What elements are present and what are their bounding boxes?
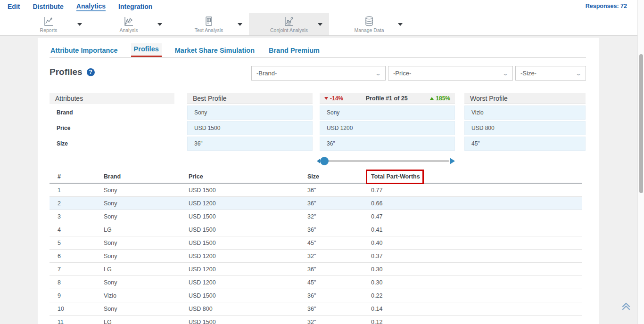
- cell-total-part-worths: 0.41: [371, 227, 582, 233]
- tab-attribute-importance[interactable]: Attribute Importance: [50, 45, 119, 57]
- analysis-dropdown-caret-icon[interactable]: [157, 23, 162, 26]
- worst-profile-size: 45": [464, 137, 586, 151]
- table-row[interactable]: 1 Sony USD 1500 36" 0.77: [50, 184, 582, 197]
- toolbar-button-reports[interactable]: Reports: [8, 13, 89, 35]
- table-row[interactable]: 7 LG USD 1200 36" 0.30: [50, 263, 582, 276]
- conjoint-analysis-dropdown-caret-icon[interactable]: [318, 23, 322, 26]
- col-header-total-part-worths: Total Part-Worths: [371, 173, 582, 180]
- worst-profile-brand: Vizio: [464, 105, 586, 120]
- top-nav-items: Edit Distribute Analytics Integration: [8, 0, 152, 13]
- attributes-column: Attributes Brand Price Size: [50, 93, 174, 151]
- cell-size: 32": [307, 213, 371, 220]
- cell-index: 6: [50, 253, 104, 259]
- current-profile-title: Profile #1 of 25: [366, 95, 408, 102]
- cell-price: USD 1500: [189, 213, 307, 220]
- tab-profiles[interactable]: Profiles: [131, 43, 162, 57]
- scrollbar-thumb[interactable]: [639, 54, 643, 193]
- cell-brand: Sony: [104, 213, 189, 220]
- vertical-scrollbar: [637, 0, 644, 324]
- toolbar-button-manage-data[interactable]: Manage Data: [329, 13, 409, 35]
- cell-price: USD 1200: [189, 266, 307, 273]
- brand-filter-dropdown[interactable]: -Brand- ⌄: [251, 66, 386, 81]
- table-row[interactable]: 4 LG USD 1500 36" 0.41: [50, 223, 582, 236]
- price-filter-dropdown[interactable]: -Price- ⌄: [388, 66, 513, 81]
- toolbar-button-conjoint-analysis[interactable]: Conjoint Analysis: [249, 13, 329, 35]
- best-profile-header: Best Profile: [187, 93, 313, 104]
- toolbar-label-reports: Reports: [40, 27, 58, 33]
- triangle-down-icon: [324, 97, 328, 100]
- cell-index: 4: [50, 227, 104, 233]
- cell-size: 36": [307, 266, 371, 273]
- cell-total-part-worths: 0.47: [371, 213, 582, 220]
- current-profile-header: -14% Profile #1 of 25 185%: [320, 93, 455, 104]
- cell-price: USD 1500: [189, 292, 307, 299]
- table-row[interactable]: 11 LG USD 1500 32" 0.12: [50, 316, 582, 324]
- table-row[interactable]: 9 Vizio USD 1500 36" 0.22: [50, 289, 582, 302]
- reports-chart-icon: [43, 16, 54, 27]
- slider-next-arrow-icon[interactable]: [450, 158, 455, 164]
- cell-total-part-worths: 0.30: [371, 266, 582, 273]
- brand-filter-value: -Brand-: [256, 70, 277, 77]
- cell-brand: Sony: [104, 240, 189, 246]
- current-profile-size: 36": [320, 137, 455, 151]
- nav-item-distribute[interactable]: Distribute: [33, 3, 63, 11]
- current-profile-price: USD 1200: [320, 121, 455, 135]
- cell-brand: Sony: [104, 253, 189, 259]
- slider-handle[interactable]: [320, 157, 329, 165]
- tab-brand-premium[interactable]: Brand Premium: [268, 45, 321, 57]
- cell-brand: LG: [104, 227, 189, 233]
- cell-price: USD 1200: [189, 253, 307, 259]
- top-nav-bar: Edit Distribute Analytics Integration Re…: [0, 0, 644, 13]
- profile-slider[interactable]: [320, 156, 455, 166]
- cell-index: 2: [50, 200, 104, 207]
- toolbar-label-conjoint-analysis: Conjoint Analysis: [270, 27, 308, 33]
- table-row[interactable]: 3 Sony USD 1500 32" 0.47: [50, 210, 582, 223]
- best-profile-column: Best Profile Sony USD 1500 36": [187, 93, 313, 151]
- responses-count[interactable]: Responses: 72: [586, 3, 627, 9]
- toolbar-label-text-analysis: Text Analysis: [195, 27, 223, 33]
- table-row[interactable]: 10 Sony USD 800 36" 0.14: [50, 302, 582, 316]
- current-profile-column: -14% Profile #1 of 25 185% Sony USD 1200…: [320, 93, 455, 151]
- attribute-label-price: Price: [50, 121, 174, 135]
- nav-item-analytics[interactable]: Analytics: [76, 2, 106, 11]
- cell-total-part-worths: 0.37: [371, 253, 582, 259]
- attribute-label-brand: Brand: [50, 105, 174, 120]
- text-analysis-dropdown-caret-icon[interactable]: [238, 23, 242, 26]
- chevron-down-icon: ⌄: [375, 70, 381, 77]
- table-row[interactable]: 2 Sony USD 1200 36" 0.66: [50, 197, 582, 210]
- toolbar-button-analysis[interactable]: Analysis: [89, 13, 169, 35]
- best-profile-size: 36": [187, 137, 313, 151]
- size-filter-value: -Size-: [520, 70, 537, 77]
- cell-index: 9: [50, 292, 104, 299]
- triangle-up-icon: [430, 97, 434, 100]
- size-filter-dropdown[interactable]: -Size- ⌄: [515, 66, 586, 81]
- worst-profile-header: Worst Profile: [464, 93, 586, 104]
- cell-index: 1: [50, 187, 104, 194]
- col-header-size: Size: [307, 173, 371, 180]
- slider-track[interactable]: [324, 160, 449, 162]
- scroll-to-top-chevrons-icon[interactable]: [620, 300, 632, 312]
- cell-total-part-worths: 0.12: [371, 319, 582, 324]
- nav-item-edit[interactable]: Edit: [8, 3, 20, 11]
- cell-brand: Sony: [104, 200, 189, 207]
- reports-dropdown-caret-icon[interactable]: [77, 23, 82, 26]
- cell-total-part-worths: 0.30: [371, 279, 582, 286]
- question-mark-circle-icon[interactable]: ?: [87, 68, 95, 76]
- cell-size: 45": [307, 279, 371, 286]
- cell-brand: Sony: [104, 279, 189, 286]
- manage-data-dropdown-caret-icon[interactable]: [398, 23, 403, 26]
- table-row[interactable]: 8 Sony USD 1200 45" 0.30: [50, 276, 582, 289]
- cell-price: USD 1500: [189, 187, 307, 194]
- nav-item-integration[interactable]: Integration: [118, 3, 152, 11]
- table-row[interactable]: 5 Sony USD 1500 45" 0.40: [50, 236, 582, 250]
- tab-market-share-simulation[interactable]: Market Share Simulation: [174, 45, 256, 57]
- decrease-vs-best: -14%: [324, 95, 343, 102]
- cell-size: 45": [307, 240, 371, 246]
- cell-index: 5: [50, 240, 104, 246]
- analytics-toolbar: Reports Analysis Text Analysis: [0, 13, 644, 36]
- col-header-index: #: [50, 173, 104, 180]
- table-row[interactable]: 6 Sony USD 1200 32" 0.37: [50, 250, 582, 263]
- toolbar-button-text-analysis[interactable]: Text Analysis: [169, 13, 249, 35]
- current-profile-brand: Sony: [320, 105, 455, 120]
- cell-price: USD 1200: [189, 279, 307, 286]
